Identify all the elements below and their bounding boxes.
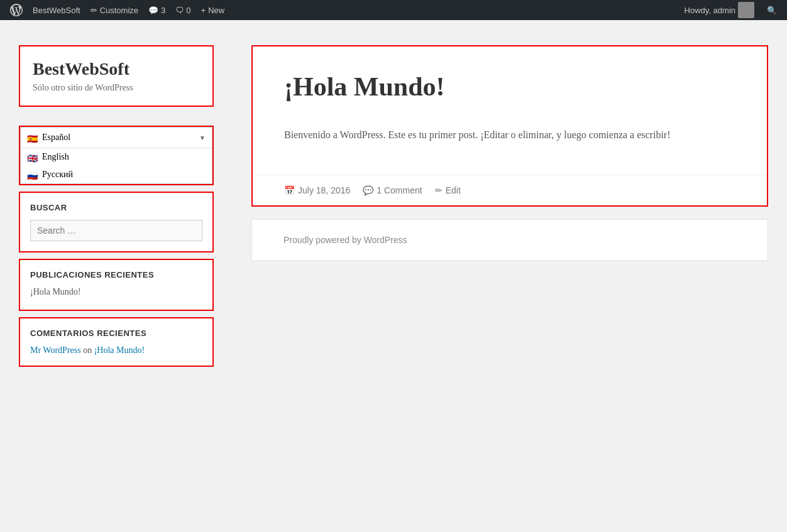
selected-language-label: Español <box>42 133 70 143</box>
plus-icon: + <box>201 6 206 15</box>
site-tagline: Sólo otro sitio de WordPress <box>33 83 200 93</box>
comments-icon: 💬 <box>148 6 158 15</box>
post-footer: 📅 July 18, 2016 💬 1 Comment ✏ Edit <box>253 175 767 205</box>
english-label: English <box>42 152 69 162</box>
comments-zero-button[interactable]: 🗨 0 <box>170 0 195 20</box>
search-widget-title: BUSCAR <box>30 203 202 212</box>
language-option-russian[interactable]: 🇷🇺 Русский <box>21 166 212 183</box>
sidebar: BestWebSoft Sólo otro sitio de WordPress… <box>0 20 233 532</box>
footer-text: Proudly powered by WordPress <box>283 235 736 245</box>
main-content: ¡Hola Mundo! Bienvenido a WordPress. Est… <box>233 20 787 532</box>
russian-label: Русский <box>42 170 73 180</box>
comments-zero-label: 0 <box>186 6 190 15</box>
site-name-label: BestWebSoft <box>33 6 80 15</box>
customize-label: Customize <box>100 6 138 15</box>
post-edit: ✏ Edit <box>435 185 461 195</box>
dropdown-arrow-icon: ▼ <box>199 134 206 141</box>
post-content: Bienvenido a WordPress. Este es tu prime… <box>284 127 735 143</box>
edit-icon: ✏ <box>435 185 443 195</box>
post-card: ¡Hola Mundo! Bienvenido a WordPress. Est… <box>251 45 768 207</box>
howdy-greeting[interactable]: Howdy, admin <box>680 0 759 20</box>
new-button[interactable]: + New <box>196 0 230 20</box>
post-comments: 💬 1 Comment <box>363 185 422 195</box>
search-widget: BUSCAR <box>19 192 214 252</box>
site-title: BestWebSoft <box>33 59 200 79</box>
post-date-link[interactable]: July 18, 2016 <box>298 185 350 195</box>
post-comments-link[interactable]: 1 Comment <box>377 185 422 195</box>
search-input[interactable] <box>30 220 202 241</box>
english-flag: 🇬🇧 <box>27 153 38 161</box>
russian-flag: 🇷🇺 <box>27 171 38 178</box>
recent-posts-widget: PUBLICACIONES RECIENTES ¡Hola Mundo! <box>19 259 214 311</box>
comment-balloon-icon: 🗨 <box>175 6 184 15</box>
new-label: New <box>208 6 224 15</box>
post-edit-link[interactable]: Edit <box>446 185 461 195</box>
site-title-widget: BestWebSoft Sólo otro sitio de WordPress <box>19 45 214 107</box>
post-date: 📅 July 18, 2016 <box>284 185 350 195</box>
comments-button[interactable]: 💬 3 <box>143 0 170 20</box>
customize-button[interactable]: ✏ Customize <box>85 0 143 20</box>
recent-comments-title: COMENTARIOS RECIENTES <box>30 328 202 338</box>
customize-icon: ✏ <box>91 6 97 15</box>
post-title: ¡Hola Mundo! <box>284 72 735 102</box>
site-footer: Proudly powered by WordPress <box>251 219 768 261</box>
admin-bar-right: Howdy, admin 🔍 <box>680 0 782 20</box>
search-icon: 🔍 <box>767 6 777 15</box>
admin-bar: BestWebSoft ✏ Customize 💬 3 🗨 0 + New Ho… <box>0 0 787 20</box>
calendar-icon: 📅 <box>284 185 295 195</box>
avatar <box>738 2 754 18</box>
site-name-button[interactable]: BestWebSoft <box>28 0 85 20</box>
howdy-text: Howdy, admin <box>685 6 735 15</box>
recent-comment-1: Mr WordPress on ¡Hola Mundo! <box>30 345 202 356</box>
admin-search-button[interactable]: 🔍 <box>762 0 782 20</box>
recent-posts-title: PUBLICACIONES RECIENTES <box>30 270 202 280</box>
recent-comments-widget: COMENTARIOS RECIENTES Mr WordPress on ¡H… <box>19 317 214 367</box>
comment-post-link[interactable]: ¡Hola Mundo! <box>94 345 145 355</box>
language-option-english[interactable]: 🇬🇧 English <box>21 148 212 166</box>
comment-on-text: on <box>83 345 92 355</box>
post-body: ¡Hola Mundo! Bienvenido a WordPress. Est… <box>253 46 767 175</box>
footer-powered-text: Proudly powered by WordPress <box>283 235 407 245</box>
language-dropdown: 🇪🇸 Español ▼ 🇬🇧 English 🇷🇺 Русский <box>20 127 212 184</box>
wp-logo-button[interactable] <box>5 0 28 20</box>
espanol-flag: 🇪🇸 <box>27 134 38 141</box>
recent-post-link-1[interactable]: ¡Hola Mundo! <box>30 287 202 297</box>
language-selected[interactable]: 🇪🇸 Español ▼ <box>21 128 212 148</box>
comments-count: 3 <box>161 6 165 15</box>
page-wrapper: BestWebSoft Sólo otro sitio de WordPress… <box>0 20 787 532</box>
comment-author-link[interactable]: Mr WordPress <box>30 345 81 355</box>
language-widget: 🇪🇸 Español ▼ 🇬🇧 English 🇷🇺 Русский <box>19 126 214 185</box>
comment-icon: 💬 <box>363 185 373 195</box>
